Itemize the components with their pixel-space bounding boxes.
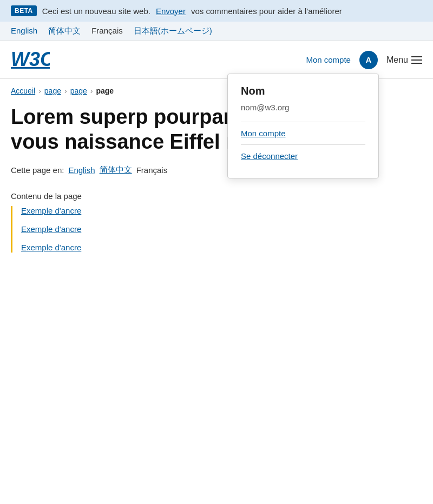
toc-item-2: Exemple d'ancre [21,224,422,234]
account-dropdown: Nom nom@w3.org Mon compte Se déconnecter [227,74,379,178]
dropdown-divider-2 [241,144,365,145]
toc-link-1[interactable]: Exemple d'ancre [21,206,81,215]
breadcrumb-sep-1: › [38,87,41,95]
page-lang-french: Français [136,165,168,175]
language-nav: English 简体中文 Français 日本語(ホームページ) [0,22,433,41]
breadcrumb-accueil[interactable]: Accueil [11,87,35,95]
menu-label: Menu [386,55,408,65]
beta-badge: BETA [11,5,37,16]
dropdown-deconnect-link[interactable]: Se déconnecter [241,151,365,161]
svg-text:W3C: W3C [11,48,50,69]
beta-text: Ceci est un nouveau site web. [42,6,150,16]
breadcrumb-sep-2: › [64,87,67,95]
breadcrumb-page-2[interactable]: page [70,87,87,95]
w3c-logo-svg: W3C [11,48,50,69]
w3c-logo: W3C [11,48,50,72]
breadcrumb-current: page [96,87,114,95]
menu-button[interactable]: Menu [386,55,422,65]
lang-english[interactable]: English [11,26,37,36]
dropdown-user-name: Nom [241,85,365,97]
beta-banner: BETA Ceci est un nouveau site web. Envoy… [0,0,433,22]
lang-french: Français [91,26,123,36]
toc-item-1: Exemple d'ancre [21,206,422,216]
hamburger-icon [411,56,422,64]
page-lang-english[interactable]: English [68,165,95,175]
toc-section: Contenu de la page Exemple d'ancre Exemp… [0,186,433,263]
dropdown-divider-1 [241,122,365,122]
lang-chinese[interactable]: 简体中文 [48,26,81,36]
header-right: Mon compte A Menu [306,51,422,69]
mon-compte-header-link[interactable]: Mon compte [306,55,351,64]
toc-title: Contenu de la page [11,191,422,201]
lang-japanese[interactable]: 日本語(ホームページ) [134,26,212,36]
toc-link-2[interactable]: Exemple d'ancre [21,224,81,234]
dropdown-mon-compte-link[interactable]: Mon compte [241,129,365,138]
feedback-link[interactable]: Envoyer [156,6,186,16]
lang-switcher-label: Cette page en: [11,165,64,175]
beta-after-text: vos commentaires pour aider à l'améliore… [191,6,342,16]
toc-item-3: Exemple d'ancre [21,243,422,253]
page-lang-chinese[interactable]: 简体中文 [100,165,132,175]
dropdown-user-email: nom@w3.org [241,103,365,112]
breadcrumb-sep-3: › [90,87,93,95]
avatar[interactable]: A [359,51,378,69]
site-header: W3C Mon compte A Menu Nom nom@w3.org Mon… [0,41,433,79]
breadcrumb-page-1[interactable]: page [44,87,61,95]
toc-link-3[interactable]: Exemple d'ancre [21,243,81,252]
toc-list: Exemple d'ancre Exemple d'ancre Exemple … [11,206,422,253]
svg-rect-1 [11,67,50,69]
